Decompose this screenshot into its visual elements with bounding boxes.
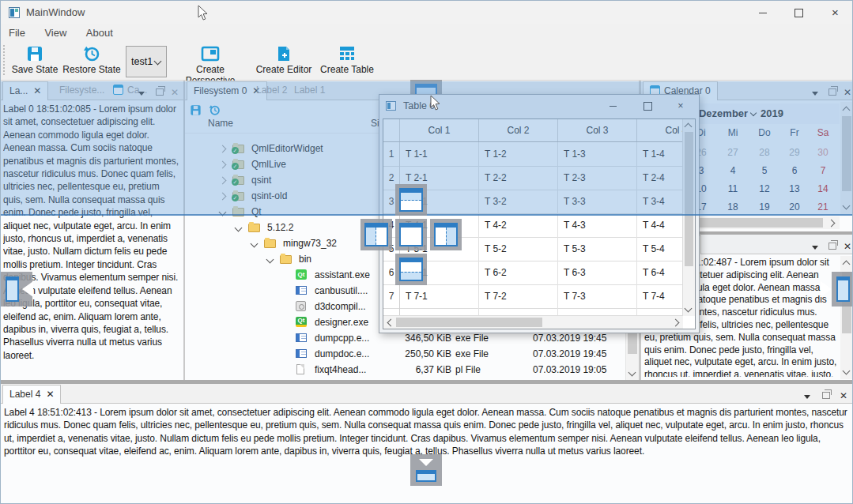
tab-close-icon[interactable]: ✕ xyxy=(33,85,41,96)
table-cell[interactable]: T 7-1 xyxy=(400,284,479,308)
close-dock-button[interactable]: ✕ xyxy=(837,388,850,401)
calendar-day[interactable]: 19 xyxy=(749,201,780,213)
calendar-day[interactable]: 4 xyxy=(717,165,749,176)
menu-about[interactable]: About xyxy=(78,24,121,39)
tab-label0[interactable]: La...✕ xyxy=(2,81,48,100)
tree-item-dumpdoc-e-[interactable]: dumpdoc.e...250,50 KiBexe File07.03.2019… xyxy=(185,346,626,362)
expander-open-icon[interactable] xyxy=(235,224,243,232)
calendar-day[interactable]: 29 xyxy=(779,147,810,158)
table-cell[interactable]: T 3-4 xyxy=(637,190,683,213)
create-perspective-button[interactable]: Create Perspective xyxy=(172,44,249,77)
tree-item-fixqt4head-[interactable]: fixqt4head...6,37 KiBpl File07.03.2019 1… xyxy=(185,362,626,378)
calendar-day[interactable]: 6 xyxy=(779,165,810,176)
calendar-day[interactable]: 20 xyxy=(779,201,810,213)
table-cell[interactable]: T 4-4 xyxy=(637,213,683,237)
drop-indicator-edge-bottom[interactable] xyxy=(410,454,442,486)
table-cell[interactable]: T 4-3 xyxy=(558,213,637,237)
expander-open-icon[interactable] xyxy=(219,209,227,216)
calendar-day[interactable]: 27 xyxy=(717,147,749,158)
row-number[interactable]: 1 xyxy=(383,142,400,166)
drop-indicator-bottom[interactable] xyxy=(395,254,427,285)
table-cell[interactable]: T 1-3 xyxy=(558,142,637,166)
menu-file[interactable]: File xyxy=(1,24,33,39)
table-cell[interactable]: T 7-3 xyxy=(558,284,637,308)
tab-close-icon[interactable]: ✕ xyxy=(46,389,54,400)
calendar-day[interactable]: 14 xyxy=(807,183,839,194)
calendar-day[interactable]: 28 xyxy=(749,147,780,158)
expander-closed-icon[interactable] xyxy=(219,193,227,201)
table-cell[interactable]: T 7-4 xyxy=(637,284,683,308)
expander-closed-icon[interactable] xyxy=(219,145,227,153)
table-cell[interactable]: T 1-1 xyxy=(400,142,479,166)
table-cell[interactable]: T 2-4 xyxy=(637,166,683,190)
drop-indicator-left[interactable] xyxy=(360,219,392,250)
table-cell[interactable]: T 6-3 xyxy=(558,261,637,284)
restore-state-button[interactable]: Restore State xyxy=(61,44,123,77)
calendar-day[interactable]: 21 xyxy=(807,201,839,213)
create-table-button[interactable]: Create Table xyxy=(317,44,377,77)
menu-view[interactable]: View xyxy=(36,24,74,39)
perspective-combobox[interactable]: test1 xyxy=(126,46,167,77)
toolbar-drag-handle[interactable] xyxy=(3,45,5,77)
table-cell[interactable]: T 5-4 xyxy=(637,237,683,261)
table-cell[interactable]: T 2-3 xyxy=(558,166,637,190)
table-horizontal-scrollbar[interactable] xyxy=(383,315,683,329)
calendar-day[interactable]: 18 xyxy=(717,201,749,213)
calendar-day[interactable]: 5 xyxy=(749,165,780,176)
close-dock-button[interactable]: ✕ xyxy=(841,239,853,251)
table-cell[interactable]: T 6-2 xyxy=(479,261,558,284)
table-cell[interactable]: T 1-4 xyxy=(637,142,683,166)
tab-filesystem1[interactable]: Filesyste... xyxy=(53,81,111,100)
table-cell[interactable]: T 2-2 xyxy=(479,166,558,190)
table-cell[interactable]: T 5-2 xyxy=(479,237,558,261)
table-cell[interactable]: T 3-3 xyxy=(558,190,637,213)
drop-indicator-center[interactable] xyxy=(395,219,427,250)
undock-button[interactable] xyxy=(826,85,839,97)
float-close-button[interactable]: × xyxy=(664,95,697,117)
tab-menu-button[interactable] xyxy=(801,388,813,401)
table-vertical-scrollbar[interactable] xyxy=(682,119,695,316)
table-cell[interactable]: T 6-4 xyxy=(637,261,683,284)
tab-menu-button[interactable] xyxy=(809,85,821,97)
row-number[interactable]: 7 xyxy=(383,284,400,308)
create-editor-button[interactable]: Create Editor xyxy=(254,44,314,77)
float-maximize-button[interactable] xyxy=(631,95,664,117)
float-title-bar[interactable]: Table 0 × xyxy=(379,95,699,118)
expander-open-icon[interactable] xyxy=(266,256,274,264)
title-bar[interactable]: MainWindow × xyxy=(1,1,852,24)
table-cell[interactable]: T 7-2 xyxy=(479,284,558,308)
table-cell[interactable]: T 3-2 xyxy=(479,190,558,213)
table-cell[interactable]: T 4-2 xyxy=(479,213,558,237)
undock-button[interactable] xyxy=(820,388,832,401)
table-cell[interactable]: T 1-2 xyxy=(479,142,558,166)
calendar-day[interactable]: 13 xyxy=(779,183,810,194)
expander-closed-icon[interactable] xyxy=(219,161,227,169)
calendar-day[interactable]: 30 xyxy=(807,147,839,158)
close-button[interactable]: × xyxy=(817,1,853,24)
undock-button[interactable] xyxy=(826,239,839,251)
close-dock-button[interactable]: ✕ xyxy=(841,85,853,97)
undock-button[interactable] xyxy=(153,85,166,97)
calendar-vertical-scrollbar[interactable] xyxy=(840,102,853,214)
calendar-day[interactable]: 12 xyxy=(749,183,780,194)
drop-indicator-edge-right[interactable] xyxy=(820,272,853,307)
tab-label4[interactable]: Label 4✕ xyxy=(2,385,61,404)
expander-closed-icon[interactable] xyxy=(219,177,227,185)
tab-menu-button[interactable] xyxy=(809,239,821,251)
table-column-header[interactable]: Col 1 xyxy=(400,119,479,141)
close-dock-button[interactable]: ✕ xyxy=(168,85,181,97)
calendar-day[interactable]: 7 xyxy=(807,165,839,176)
drop-indicator-right[interactable] xyxy=(430,219,462,250)
maximize-button[interactable] xyxy=(781,1,817,24)
tab-menu-button[interactable] xyxy=(135,85,148,97)
minimize-button[interactable] xyxy=(745,1,780,24)
table-column-header[interactable]: Col 3 xyxy=(558,119,637,141)
table-column-header[interactable]: Col 2 xyxy=(479,119,558,141)
calendar-day[interactable]: 11 xyxy=(717,183,749,194)
expander-open-icon[interactable] xyxy=(251,240,259,248)
float-minimize-button[interactable] xyxy=(596,95,629,117)
drop-indicator-edge-left[interactable] xyxy=(1,272,37,307)
save-state-button[interactable]: Save State xyxy=(10,44,59,77)
table-cell[interactable]: T 5-3 xyxy=(558,237,637,261)
drop-indicator-top[interactable] xyxy=(395,184,427,216)
